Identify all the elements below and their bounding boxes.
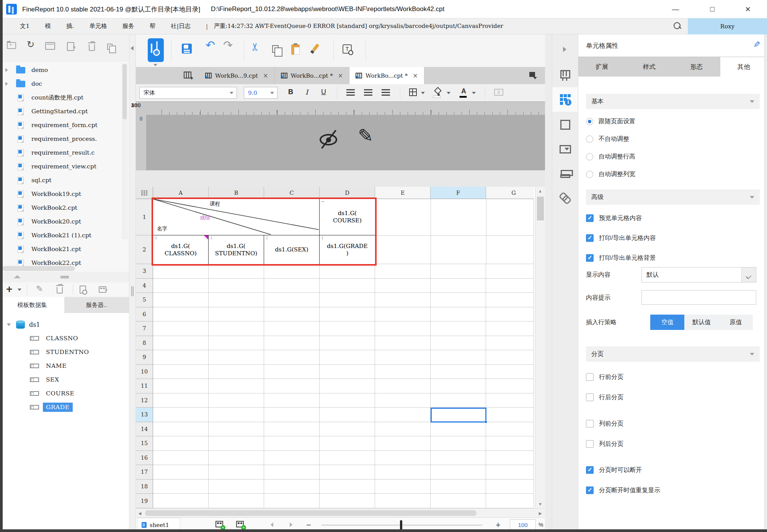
select-all-corner[interactable] [136,187,153,199]
maximize-button[interactable]: □ [703,0,721,18]
insert-policy-option[interactable]: 默认值 [684,315,718,330]
add-report-sheet-icon[interactable] [215,521,223,527]
adjust-radio[interactable]: 不自动调整 [586,133,767,145]
section-collapse-icon[interactable] [750,196,754,199]
checkbox-icon[interactable] [586,466,594,474]
file-item[interactable]: requirement_process. [0,132,122,146]
dataset-field[interactable]: NAME [0,359,129,373]
row-header[interactable]: 18 [136,480,153,494]
adjust-radio[interactable]: 自动调整行高 [586,151,767,162]
search-icon[interactable] [674,22,681,30]
file-item[interactable]: WorkBook20.cpt [0,215,122,228]
cell-a1-merged[interactable]: 课程 成绩 名字 [153,199,320,235]
dataset-field[interactable]: COURSE [0,387,129,400]
splitter-handle-icon[interactable] [60,276,69,278]
align-left-icon[interactable] [346,89,355,96]
property-tab[interactable]: 其他 [720,57,767,77]
adjust-radio[interactable]: 自动调整列宽 [586,168,767,180]
display-content-select[interactable]: 默认 [641,267,756,282]
paging-checkbox[interactable]: 分页断开时值重复显示 [586,485,767,496]
save-icon[interactable] [182,44,192,54]
checkbox-icon[interactable] [586,420,594,428]
row-header[interactable]: 12 [136,393,153,408]
cell-fill-handle[interactable] [484,420,487,423]
checkbox-icon[interactable] [586,393,594,401]
preview-dataset-icon[interactable] [80,286,86,294]
file-item[interactable]: requirement_result.c [0,146,122,160]
collapse-arrow-icon[interactable] [7,323,11,326]
row-header[interactable]: 4 [136,279,153,293]
menu-item[interactable]: 模 [45,22,51,30]
merge-cells-icon[interactable] [494,89,503,96]
minimize-button[interactable]: — [667,0,684,18]
section-advanced[interactable]: 高级 [586,189,760,205]
row-header[interactable]: 16 [136,451,153,465]
copy-icon[interactable] [272,45,279,53]
italic-button[interactable]: I [305,88,308,96]
align-right-icon[interactable] [382,89,390,96]
insert-policy-option[interactable]: 空值 [650,315,684,330]
row-header[interactable]: 3 [136,264,153,279]
undo-icon[interactable]: ↶ [206,38,215,52]
paging-checkbox[interactable]: 列后分页 [586,438,767,450]
tab-list-icon[interactable] [529,72,535,77]
add-dataset-caret-icon[interactable] [18,289,21,291]
checkbox-icon[interactable] [586,234,594,242]
cut-icon[interactable]: ✂ [249,42,261,51]
parameter-pane[interactable]: ✎ [147,115,545,170]
property-tab[interactable]: 扩展 [578,57,626,77]
redo-icon[interactable]: ↷ [223,38,233,52]
document-tab[interactable]: WorkBo...cpt * × [275,67,350,84]
document-tab[interactable]: WorkBo...9.cpt × [199,67,275,84]
template-settings-icon[interactable] [67,42,74,51]
row-header[interactable]: 5 [136,293,153,307]
dataset-config-icon[interactable] [99,286,106,293]
checkbox-icon[interactable] [586,486,594,494]
file-item[interactable]: WorkBook22.cpt [0,256,122,267]
advanced-checkbox[interactable]: 打印/导出单元格内容 [586,232,767,244]
refresh-icon[interactable]: ↻ [27,39,34,50]
file-tree-scrollbar[interactable] [122,63,128,239]
panel-splitter[interactable] [0,272,129,282]
delete-file-icon[interactable] [89,44,95,51]
new-folder-icon[interactable] [7,42,16,49]
cell-d1[interactable]: → ds1.G( COURSE) [320,199,375,235]
edit-dataset-icon[interactable]: ✎ [36,284,43,294]
close-tab-icon[interactable]: × [413,72,418,79]
grid-rows12-efg[interactable] [375,199,534,264]
file-item[interactable]: WorkBook21.cpt [0,242,122,256]
column-header[interactable]: F [431,187,486,199]
expand-arrow-icon[interactable] [5,82,8,86]
new-template-icon[interactable] [184,72,191,78]
radio-icon[interactable] [586,135,593,143]
file-tree-hscrollbar[interactable] [2,266,75,271]
edit-pencil-icon[interactable]: ✎ [753,40,760,49]
file-item[interactable]: WorkBook21 (1).cpt [0,228,122,242]
scroll-left-icon[interactable]: ◀ [138,511,141,516]
paging-checkbox[interactable]: 行前分页 [586,371,767,383]
adjust-radio[interactable]: 跟随页面设置 [586,116,767,127]
cell-d2[interactable]: ↓ ds1.G(GRADE ) [320,235,375,264]
document-tab[interactable]: WorkBo...cpt * × [349,67,424,84]
property-tab[interactable]: 样式 [626,57,673,77]
hscroll-thumb[interactable] [145,510,477,516]
section-collapse-icon[interactable] [750,353,754,356]
row-header[interactable]: 6 [136,307,153,322]
row-header[interactable]: 8 [136,336,153,351]
cell-b2[interactable]: ↓ ds1.G( STUDENTNO) [209,235,264,264]
section-paging[interactable]: 分页 [586,346,760,362]
advanced-checkbox[interactable]: 打印/导出单元格背景 [586,252,767,264]
add-dataset-button[interactable]: + [6,283,12,295]
checkbox-icon[interactable] [586,373,594,381]
dataset-tab[interactable]: 模板数据集 [0,297,64,313]
paging-checkbox[interactable]: 分页时可以断开 [586,464,767,476]
file-item[interactable]: count函数使用.cpt [0,91,122,104]
scroll-up-icon[interactable]: ▲ [538,189,542,193]
column-header[interactable]: D [320,187,375,199]
row-header[interactable]: 10 [136,365,153,379]
checkbox-icon[interactable] [586,214,594,222]
bold-button[interactable]: B [288,88,293,96]
condition-attributes-tab-icon[interactable] [552,162,578,186]
radio-icon[interactable] [586,171,593,178]
template-preview-button[interactable] [148,38,164,62]
